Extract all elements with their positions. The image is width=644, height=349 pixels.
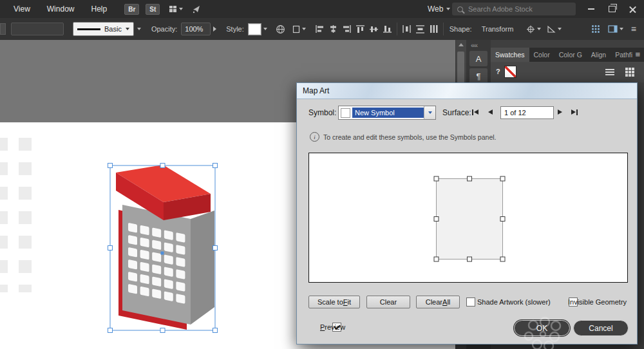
- gpu-performance-button[interactable]: [192, 5, 201, 14]
- label-part: Cancel: [589, 324, 612, 333]
- menu-window[interactable]: Window: [39, 0, 83, 18]
- shade-artwork-checkbox[interactable]: [466, 297, 475, 307]
- collapse-panels-icon[interactable]: ««: [466, 40, 491, 49]
- distribute-horizontal-icon[interactable]: [415, 24, 425, 33]
- close-button[interactable]: [622, 0, 643, 18]
- align-center-icon[interactable]: [328, 24, 338, 33]
- tab-align[interactable]: Align: [587, 48, 611, 62]
- snap-options-button[interactable]: [547, 25, 562, 33]
- first-surface-button[interactable]: [469, 106, 481, 118]
- separator: [397, 23, 397, 35]
- stroke-preset-dropdown[interactable]: Basic: [73, 22, 134, 36]
- menu-help[interactable]: Help: [82, 0, 115, 18]
- cancel-button[interactable]: Cancel: [573, 320, 629, 336]
- tab-swatches[interactable]: Swatches: [491, 48, 529, 62]
- list-view-icon[interactable]: [605, 69, 614, 75]
- dialog-titlebar[interactable]: Map Art: [297, 83, 637, 99]
- symbol-preview-area[interactable]: [308, 153, 628, 283]
- opacity-field[interactable]: 100%: [181, 23, 211, 35]
- calendar-artwork[interactable]: [116, 165, 214, 330]
- chevron-down-icon: [179, 8, 183, 10]
- none-swatch[interactable]: [504, 66, 516, 78]
- opacity-value: 100%: [185, 25, 203, 33]
- align-bottom-icon[interactable]: [383, 24, 392, 33]
- workspace-switcher[interactable]: Web: [428, 0, 450, 18]
- chevron-down-icon: [446, 8, 450, 10]
- chevron-down-icon: [537, 28, 541, 30]
- search-input[interactable]: [467, 5, 566, 14]
- chevron-down-icon: [620, 28, 623, 30]
- clear-all-button[interactable]: Clear All: [416, 296, 460, 308]
- align-top-icon[interactable]: [355, 24, 365, 33]
- shape-panel-link[interactable]: Shape:: [450, 25, 472, 33]
- tab-color[interactable]: Color: [529, 48, 554, 62]
- bridge-button[interactable]: Br: [124, 4, 139, 15]
- next-surface-button[interactable]: [554, 106, 565, 118]
- stroke-options-chevron-icon[interactable]: [137, 28, 141, 30]
- label-part: Clear: [380, 298, 397, 306]
- mapped-symbol-square[interactable]: [437, 179, 503, 259]
- previous-surface-button[interactable]: [484, 106, 496, 118]
- chevron-down-icon: [558, 28, 562, 30]
- paragraph-panel-icon[interactable]: ¶: [469, 68, 488, 84]
- align-group: [315, 24, 392, 33]
- document-setup-button[interactable]: [276, 24, 285, 34]
- panel-tabbar: Swatches Color Color G Align Pathfi: [491, 48, 644, 62]
- minimize-button[interactable]: [581, 0, 601, 18]
- stock-search[interactable]: [452, 3, 576, 15]
- globe-icon: [276, 24, 285, 34]
- opacity-label: Opacity:: [151, 25, 177, 33]
- style-swatch[interactable]: [248, 23, 261, 35]
- scale-to-fit-button[interactable]: Scale to Fit: [308, 296, 360, 308]
- document-icon: [292, 25, 300, 33]
- align-left-icon[interactable]: [315, 24, 325, 33]
- isolate-button[interactable]: [526, 25, 541, 33]
- distribute-spacing-icon[interactable]: [429, 24, 439, 33]
- surface-value-field[interactable]: [500, 106, 554, 119]
- rocket-icon: [192, 5, 201, 14]
- opacity-menu-arrow-icon[interactable]: [213, 26, 216, 32]
- appearance-proxy[interactable]: [11, 23, 64, 35]
- stroke-line-icon: [77, 28, 100, 30]
- scrollbar-thumb[interactable]: [457, 52, 464, 85]
- symbol-swatch: [341, 108, 350, 118]
- menu-list: View Window Help: [0, 0, 115, 18]
- menu-view[interactable]: View: [5, 0, 39, 18]
- arrange-documents-button[interactable]: [169, 5, 183, 13]
- panel-dock-button[interactable]: [608, 25, 623, 33]
- toolbar-edge-fragment: [0, 23, 6, 35]
- control-bar: Basic Opacity: 100% Style: Shape: [0, 18, 644, 41]
- align-right-icon[interactable]: [342, 24, 352, 33]
- tab-pathfinder[interactable]: Pathfi: [611, 48, 637, 62]
- distribute-vertical-icon[interactable]: [402, 24, 412, 33]
- restore-button[interactable]: [601, 0, 622, 18]
- stock-button[interactable]: St: [146, 4, 160, 15]
- transform-panel-link[interactable]: Transform: [482, 25, 514, 33]
- minimize-icon: [588, 8, 594, 10]
- label-mnemonic: F: [343, 298, 348, 306]
- tab-color-guide[interactable]: Color G: [554, 48, 587, 62]
- clear-button[interactable]: Clear: [366, 296, 410, 308]
- toolbar-menu-icon[interactable]: ≡: [631, 24, 636, 33]
- symbol-label: Symbol:: [308, 108, 336, 117]
- close-icon: [629, 6, 636, 13]
- scroll-up-icon[interactable]: [459, 43, 464, 46]
- align-middle-icon[interactable]: [369, 24, 379, 33]
- workspace-grid-icon[interactable]: [591, 24, 600, 33]
- info-text: To create and edit these symbols, use th…: [323, 133, 496, 141]
- label-part: OK: [536, 324, 547, 333]
- character-panel-icon[interactable]: A: [469, 51, 488, 66]
- symbol-dropdown[interactable]: New Symbol: [338, 106, 436, 120]
- selection-center-point: [161, 252, 164, 255]
- thumbnail-view-icon[interactable]: [625, 67, 635, 77]
- last-surface-button[interactable]: [569, 106, 580, 118]
- calendar-side-face: [191, 211, 214, 325]
- ok-button[interactable]: OK: [514, 320, 570, 336]
- style-chevron-icon[interactable]: [263, 28, 267, 30]
- target-icon: [526, 25, 535, 33]
- panel-menu-icon[interactable]: ≡: [635, 50, 640, 59]
- panel-layout-icon: [608, 25, 618, 33]
- invisible-geometry-label: Invisible Geometry: [568, 298, 627, 306]
- preferences-button[interactable]: [292, 25, 306, 33]
- symbol-dropdown-button[interactable]: [424, 106, 435, 119]
